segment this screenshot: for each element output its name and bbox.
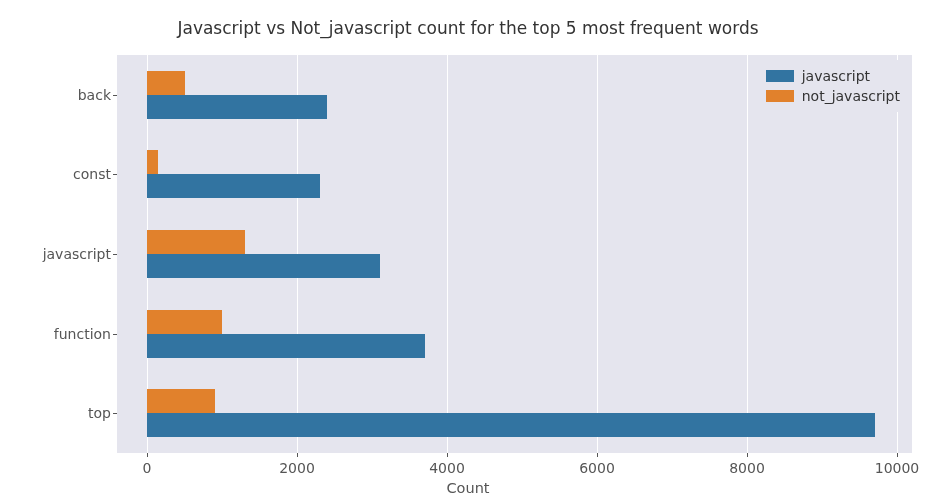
bar-not-javascript — [147, 71, 185, 95]
ytick-mark — [113, 174, 117, 175]
gridline — [447, 55, 448, 453]
xtick-label: 6000 — [579, 460, 615, 476]
xtick-mark — [147, 453, 148, 457]
bar-not-javascript — [147, 150, 158, 174]
legend-entry-not-javascript: not_javascript — [766, 86, 900, 106]
bar-javascript — [147, 254, 380, 278]
bar-not-javascript — [147, 389, 215, 413]
ytick-label: back — [1, 87, 111, 103]
chart-container: Javascript vs Not_javascript count for t… — [0, 0, 936, 504]
ytick-mark — [113, 413, 117, 414]
legend-swatch-not-javascript — [766, 90, 794, 102]
xtick-label: 8000 — [729, 460, 765, 476]
plot-area — [117, 55, 912, 453]
ytick-label: top — [1, 405, 111, 421]
ytick-mark — [113, 334, 117, 335]
bar-not-javascript — [147, 310, 222, 334]
legend-entry-javascript: javascript — [766, 66, 900, 86]
xtick-mark — [897, 453, 898, 457]
xtick-mark — [597, 453, 598, 457]
gridline — [747, 55, 748, 453]
x-axis-label: Count — [0, 480, 936, 496]
legend-label: not_javascript — [802, 86, 900, 106]
legend-swatch-javascript — [766, 70, 794, 82]
xtick-label: 10000 — [875, 460, 920, 476]
bar-not-javascript — [147, 230, 245, 254]
ytick-mark — [113, 254, 117, 255]
gridline — [597, 55, 598, 453]
bar-javascript — [147, 174, 320, 198]
ytick-label: function — [1, 326, 111, 342]
bar-javascript — [147, 95, 327, 119]
xtick-mark — [447, 453, 448, 457]
bar-javascript — [147, 413, 875, 437]
chart-title: Javascript vs Not_javascript count for t… — [0, 18, 936, 38]
xtick-label: 0 — [143, 460, 152, 476]
bar-javascript — [147, 334, 425, 358]
ytick-label: javascript — [1, 246, 111, 262]
ytick-label: const — [1, 166, 111, 182]
legend: javascript not_javascript — [758, 60, 908, 112]
gridline — [897, 55, 898, 453]
xtick-label: 2000 — [279, 460, 315, 476]
ytick-mark — [113, 95, 117, 96]
xtick-mark — [297, 453, 298, 457]
xtick-mark — [747, 453, 748, 457]
xtick-label: 4000 — [429, 460, 465, 476]
legend-label: javascript — [802, 66, 870, 86]
